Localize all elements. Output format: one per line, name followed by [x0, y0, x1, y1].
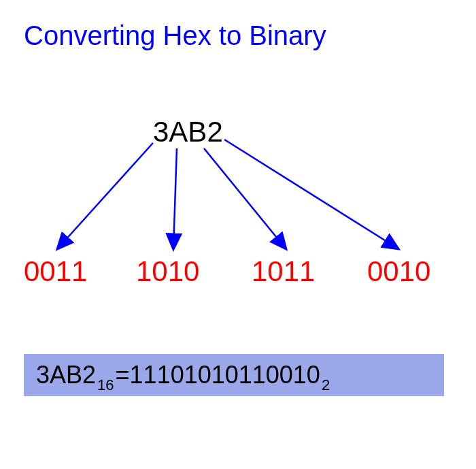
- svg-line-1: [58, 143, 153, 248]
- svg-line-4: [224, 140, 398, 248]
- result-binary: 11101010110010: [130, 361, 320, 389]
- arrows-diagram: [0, 0, 476, 469]
- binary-group-2: 1011: [252, 255, 315, 288]
- binary-group-1: 1010: [136, 255, 199, 288]
- result-hex: 3AB2: [36, 361, 96, 389]
- result-hex-base: 16: [97, 376, 114, 394]
- svg-line-3: [204, 148, 286, 248]
- result-equals: =: [116, 361, 130, 389]
- result-box: 3AB2 16 = 11101010110010 2: [24, 354, 444, 396]
- binary-group-3: 0010: [367, 255, 430, 288]
- result-equation: 3AB2 16 = 11101010110010 2: [36, 361, 331, 389]
- binary-group-0: 0011: [24, 255, 87, 288]
- slide-title: Converting Hex to Binary: [24, 20, 326, 51]
- hex-value: 3AB2: [153, 116, 223, 148]
- result-binary-base: 2: [322, 376, 330, 394]
- svg-line-2: [173, 148, 177, 248]
